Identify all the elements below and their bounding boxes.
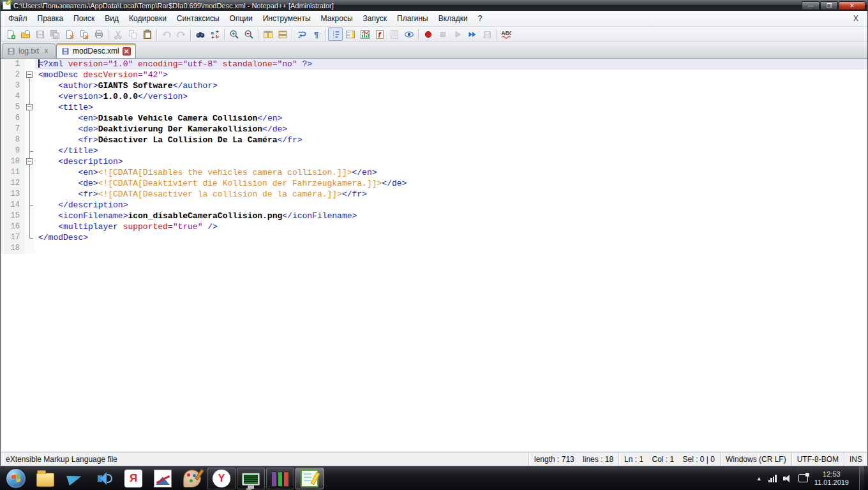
tab-close-icon[interactable]: ✕ xyxy=(123,47,131,56)
sync-scroll-vertical-button[interactable] xyxy=(260,27,275,41)
menu-поиск[interactable]: Поиск xyxy=(68,12,100,25)
minimize-button[interactable]: — xyxy=(802,1,819,10)
notepad-plus-plus-taskbar-button[interactable] xyxy=(296,468,324,489)
tab-modDesc-xml[interactable]: modDesc.xml✕ xyxy=(56,43,136,58)
redo-button[interactable] xyxy=(174,27,188,41)
winrar-taskbar-button[interactable] xyxy=(266,468,294,489)
restore-button[interactable]: ❐ xyxy=(820,1,838,10)
code-line[interactable]: 12 <de><![CDATA[Deaktiviert die Kollisio… xyxy=(1,178,867,189)
menu-?[interactable]: ? xyxy=(473,12,488,25)
action-center-icon[interactable] xyxy=(798,474,808,482)
macro-playback-icon xyxy=(453,29,463,40)
code-line[interactable]: 10 <description> xyxy=(1,156,867,167)
macro-playback-button[interactable] xyxy=(450,27,465,41)
save-all-button[interactable] xyxy=(47,27,62,41)
code-line[interactable]: 15 <iconFilename>icon_disableCameraColli… xyxy=(1,211,867,221)
menu-макросы[interactable]: Макросы xyxy=(316,12,358,25)
code-line[interactable]: 14 </description> xyxy=(1,200,867,211)
close-button[interactable] xyxy=(62,27,77,41)
menu-правка[interactable]: Правка xyxy=(33,12,69,25)
macro-record-button[interactable] xyxy=(421,27,435,41)
code-line[interactable]: 11 <en><![CDATA[Disables the vehicles ca… xyxy=(1,167,867,178)
replace-button[interactable] xyxy=(207,27,222,41)
menu-вкладки[interactable]: Вкладки xyxy=(433,12,473,25)
menu-кодировки[interactable]: Кодировки xyxy=(124,12,172,25)
fold-toggle[interactable] xyxy=(25,70,35,80)
word-wrap-button[interactable] xyxy=(294,27,309,41)
show-desktop-button[interactable] xyxy=(859,466,864,490)
code-line[interactable]: 1<?xml version="1.0" encoding="utf-8" st… xyxy=(1,59,867,70)
line-number: 9 xyxy=(1,145,25,156)
network-icon[interactable] xyxy=(768,475,777,482)
show-hidden-icons-button[interactable]: ▲ xyxy=(756,475,762,482)
volume-app-taskbar-button[interactable] xyxy=(90,468,118,489)
close-all-button[interactable] xyxy=(77,27,91,41)
paste-button[interactable] xyxy=(140,27,154,41)
macro-save-button[interactable] xyxy=(479,27,494,41)
fold-toggle[interactable] xyxy=(25,102,35,113)
find-button[interactable] xyxy=(193,27,207,41)
line-number: 2 xyxy=(1,70,25,80)
fold-toggle[interactable] xyxy=(25,156,35,167)
code-line[interactable]: 2<modDesc descVersion="42"> xyxy=(1,70,867,80)
show-indent-guide-button[interactable] xyxy=(328,27,343,41)
editor-area[interactable]: 1<?xml version="1.0" encoding="utf-8" st… xyxy=(1,59,867,452)
function-list-button[interactable] xyxy=(357,27,372,41)
menu-инструменты[interactable]: Инструменты xyxy=(258,12,316,25)
yandex-app-taskbar-button[interactable]: Я xyxy=(119,468,147,489)
menu-опции[interactable]: Опции xyxy=(225,12,258,25)
file-monitoring-button[interactable] xyxy=(401,27,416,41)
copy-button[interactable] xyxy=(125,27,140,41)
telegram-taskbar-button[interactable] xyxy=(61,468,89,489)
document-map-button[interactable] xyxy=(343,27,357,41)
zoom-out-button[interactable] xyxy=(241,27,256,41)
paint-taskbar-button[interactable] xyxy=(178,468,206,489)
code-line[interactable]: 17</modDesc> xyxy=(1,232,867,243)
code-line[interactable]: 13 <fr><![CDATA[Désactiver la collision … xyxy=(1,189,867,200)
windows-explorer-taskbar-button[interactable] xyxy=(31,468,59,489)
code-line[interactable]: 18 xyxy=(1,243,867,254)
show-all-characters-button[interactable] xyxy=(309,27,324,41)
code-line[interactable]: 7 <de>Deaktivierung Der Kamerakollision<… xyxy=(1,124,867,135)
taskbar-clock[interactable]: 12:53 11.01.2019 xyxy=(814,470,849,487)
code-line[interactable]: 16 <multiplayer supported="true" /> xyxy=(1,221,867,232)
code-line[interactable]: 3 <author>GIANTS Software</author> xyxy=(1,80,867,91)
sync-scroll-horizontal-button[interactable] xyxy=(275,27,290,41)
title-bar[interactable]: C:\Users\Пользователь\AppData\Local\Temp… xyxy=(1,0,867,11)
line-number: 11 xyxy=(1,167,25,178)
yandex-browser-taskbar-button[interactable]: Y xyxy=(207,468,236,489)
tab-log-txt[interactable]: log.txtx xyxy=(2,43,56,58)
tab-close-icon[interactable]: x xyxy=(42,47,50,56)
code-line[interactable]: 5 <title> xyxy=(1,102,867,113)
code-line[interactable]: 9 </title> xyxy=(1,145,867,156)
close-document-icon[interactable]: X xyxy=(847,14,865,23)
volume-icon[interactable] xyxy=(783,474,792,483)
open-file-button[interactable] xyxy=(18,27,33,41)
save-button[interactable] xyxy=(33,27,47,41)
code-line[interactable]: 6 <en>Disable Vehicle Camera Collision</… xyxy=(1,113,867,124)
zoom-in-button[interactable] xyxy=(227,27,241,41)
zoom-out-icon xyxy=(244,29,254,40)
menu-вид[interactable]: Вид xyxy=(100,12,124,25)
cut-button[interactable] xyxy=(110,27,125,41)
macro-run-multiple-button[interactable] xyxy=(465,27,479,41)
undo-button[interactable] xyxy=(159,27,174,41)
image-viewer-taskbar-button[interactable] xyxy=(149,468,177,489)
spell-check-button[interactable] xyxy=(498,27,513,41)
menu-запуск[interactable]: Запуск xyxy=(358,12,393,25)
menu-файл[interactable]: Файл xyxy=(3,12,33,25)
save-all-icon xyxy=(50,29,60,40)
folder-as-workspace-button[interactable] xyxy=(372,27,387,41)
close-button[interactable]: ✕ xyxy=(839,1,865,10)
code-line[interactable]: 8 <fr>Désactiver La Collision De La Camé… xyxy=(1,135,867,145)
remote-console-taskbar-button[interactable] xyxy=(237,468,265,489)
menu-плагины[interactable]: Плагины xyxy=(392,12,433,25)
doc-switcher-button[interactable] xyxy=(387,27,401,41)
menu-синтаксисы[interactable]: Синтаксисы xyxy=(172,12,225,25)
macro-stop-button[interactable] xyxy=(435,27,450,41)
print-button[interactable] xyxy=(91,27,106,41)
notepad-plus-plus-window: C:\Users\Пользователь\AppData\Local\Temp… xyxy=(0,0,868,466)
code-line[interactable]: 4 <version>1.0.0.0</version> xyxy=(1,91,867,102)
new-file-button[interactable] xyxy=(3,27,18,41)
start-button-taskbar-button[interactable] xyxy=(2,468,30,489)
